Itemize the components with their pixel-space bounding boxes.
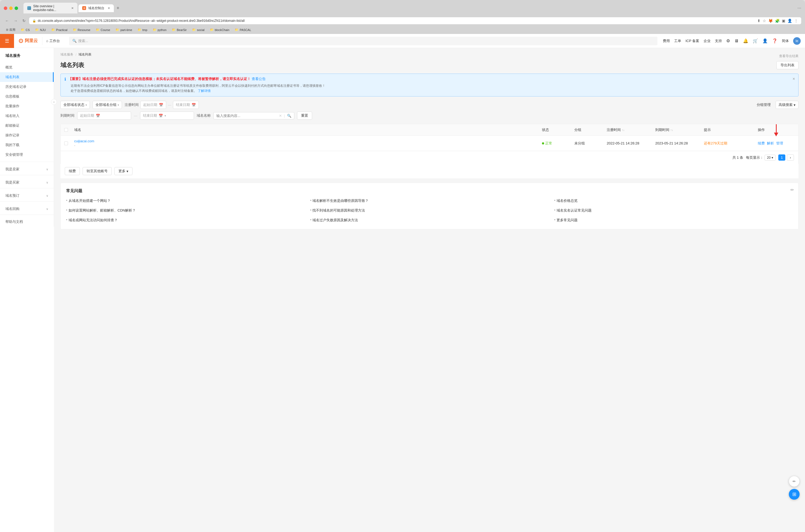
faq-item-2[interactable]: • 域名价格总览	[554, 197, 793, 204]
tab2-close-icon[interactable]: ✕	[108, 6, 110, 10]
nav-bell-icon[interactable]: 🔔	[743, 38, 748, 43]
sidebar-group-buyer[interactable]: 我是买家 ∨	[0, 177, 54, 186]
domain-status-select[interactable]: 全部域名状态 ▾	[60, 101, 90, 109]
browser-minimize-icon[interactable]: ⋯	[798, 6, 801, 10]
more-actions-button[interactable]: 更多 ▾	[114, 167, 132, 175]
browser-tab-2[interactable]: 云 域名控制台 ✕	[78, 4, 114, 12]
th-expire-time[interactable]: 到期时间 ↑↓	[653, 124, 701, 136]
browser-menu-icon[interactable]: ⋮	[794, 19, 798, 23]
sort-reg-time-icon[interactable]: ↑↓	[622, 129, 624, 132]
bookmark-practical[interactable]: 📁 Practical	[49, 27, 70, 32]
alert-detail-link[interactable]: 了解详情	[198, 89, 211, 93]
float-grid-button[interactable]: ⊞	[789, 489, 800, 500]
sidebar-item-email-verify[interactable]: 邮箱验证	[0, 121, 54, 130]
bookmark-social[interactable]: 📁 social	[190, 27, 207, 32]
bookmark-blockchain[interactable]: 📁 blockChain	[208, 27, 232, 32]
sidebar-toggle-icon[interactable]: ▣	[782, 19, 785, 23]
sidebar-item-batch[interactable]: 批量操作	[0, 101, 54, 111]
minimize-window-btn[interactable]	[9, 6, 13, 10]
tab1-close-icon[interactable]: ✕	[71, 6, 74, 10]
sort-expire-time-icon[interactable]: ↑↓	[671, 129, 673, 132]
extension-icon[interactable]: 🦊	[768, 19, 773, 23]
bookmark-course[interactable]: 📁 Course	[94, 27, 112, 32]
group-manage-button[interactable]: 分组管理	[754, 101, 773, 109]
workbench-link[interactable]: ⌂ 工作台	[42, 37, 64, 45]
faq-item-5[interactable]: • 域名实名认证常见问题	[554, 207, 793, 214]
resolve-action-link[interactable]: 解析	[767, 141, 774, 146]
nav-user-icon[interactable]: 👤	[762, 38, 768, 43]
bookmark-tmp[interactable]: 📁 tmp	[135, 27, 149, 32]
float-edit-button[interactable]: ✏	[789, 476, 800, 487]
aliyun-logo[interactable]: ⊙ 阿里云	[14, 37, 42, 44]
transfer-account-button[interactable]: 转至其他账号	[83, 167, 112, 175]
select-all-checkbox[interactable]	[64, 128, 68, 132]
th-reg-time[interactable]: 注册时间 ↑↓	[604, 124, 653, 136]
faq-item-8[interactable]: • 更多常见问题	[554, 217, 793, 224]
expire-end-date[interactable]: 结束日期 📅 ▾	[140, 112, 194, 120]
refresh-button[interactable]: ↻	[21, 18, 27, 24]
address-bar[interactable]: 🔒 dc.console.aliyun.com/next/index?spm=5…	[29, 17, 801, 24]
bookmark-nju[interactable]: 📁 NJU	[33, 27, 48, 32]
nav-lang-item[interactable]: 简体	[782, 39, 789, 43]
bookmark-pascal[interactable]: 📁 PASCAL	[233, 27, 253, 32]
faq-item-6[interactable]: • 域名或网站无法访问如何排查？	[66, 217, 305, 224]
alert-close-icon[interactable]: ×	[792, 77, 795, 81]
close-window-btn[interactable]	[4, 6, 7, 10]
bookmark-part-time[interactable]: 📁 part-time	[113, 27, 134, 32]
bookmark-bearSir[interactable]: 📁 BearSir	[170, 27, 189, 32]
reset-filter-button[interactable]: 重置	[297, 112, 312, 120]
faq-edit-icon[interactable]: ✏	[790, 187, 794, 192]
page-size-select[interactable]: 20 ▾	[765, 155, 775, 160]
sidebar-item-help[interactable]: 帮助与文档	[0, 217, 54, 227]
expire-start-date[interactable]: 起始日期 📅	[77, 112, 131, 120]
sidebar-item-op-log[interactable]: 操作记录	[0, 130, 54, 140]
hamburger-button[interactable]: ☰	[0, 34, 14, 48]
faq-item-1[interactable]: • 域名解析不生效是由哪些原因导致？	[310, 197, 549, 204]
row-checkbox[interactable]	[64, 141, 68, 145]
nav-support-item[interactable]: 支持	[715, 39, 722, 43]
bookmark-icon[interactable]: ☆	[763, 19, 766, 23]
sidebar-item-template[interactable]: 信息模板	[0, 92, 54, 101]
nav-tools-icon[interactable]: ⚙	[726, 38, 730, 43]
sidebar-collapse-toggle[interactable]: ‹	[51, 99, 57, 105]
sidebar-item-transfer[interactable]: 域名转入	[0, 111, 54, 121]
profile-icon[interactable]: 👤	[787, 19, 792, 23]
sidebar-item-security-lock[interactable]: 安全锁管理	[0, 150, 54, 159]
share-icon[interactable]: ⬆	[757, 19, 761, 23]
nav-cost-item[interactable]: 费用	[663, 39, 670, 43]
domain-search-input[interactable]	[216, 114, 277, 118]
search-submit-icon[interactable]: 🔍	[287, 114, 291, 118]
reg-start-date[interactable]: 起始日期 📅	[140, 101, 166, 109]
domain-group-select[interactable]: 全部域名分组 ▾	[93, 101, 122, 109]
sidebar-group-seller[interactable]: 我是卖家 ∨	[0, 164, 54, 173]
bookmark-cs[interactable]: 📁 CS	[19, 27, 32, 32]
bookmark-resourse[interactable]: 📁 Resourse	[71, 27, 93, 32]
sidebar-item-domain-list[interactable]: 域名列表	[0, 72, 54, 82]
faq-item-0[interactable]: • 从域名开始搭建一个网站？	[66, 197, 305, 204]
maximize-window-btn[interactable]	[15, 6, 18, 10]
bookmark-apps[interactable]: ⊞ 应用	[4, 27, 18, 32]
faq-item-7[interactable]: • 域名过户失败原因及解决方法	[310, 217, 549, 224]
domain-search-input-wrapper[interactable]: ✕ | 🔍	[214, 112, 294, 119]
sidebar-group-reserve[interactable]: 域名预订 ∨	[0, 191, 54, 199]
user-avatar[interactable]: Ie	[793, 37, 801, 45]
advanced-search-button[interactable]: 高级搜索 ▾	[775, 101, 799, 109]
domain-link[interactable]: cuijiacai.com	[74, 139, 94, 143]
breadcrumb-domain-service[interactable]: 域名服务	[60, 52, 73, 57]
nav-monitor-icon[interactable]: 🖥	[734, 39, 739, 43]
alert-announcement-link[interactable]: 查看公告	[252, 77, 266, 81]
sidebar-item-history[interactable]: 历史域名记录	[0, 82, 54, 92]
nav-ticket-item[interactable]: 工单	[674, 39, 681, 43]
batch-renew-button[interactable]: 续费	[65, 167, 80, 175]
back-button[interactable]: ←	[4, 18, 10, 24]
renew-action-link[interactable]: 续费	[758, 141, 765, 146]
nav-help-icon[interactable]: ❓	[772, 38, 777, 43]
nav-enterprise-item[interactable]: 企业	[703, 39, 711, 43]
browser-tab-1[interactable]: Site overview | exquisite-raba... ✕	[23, 3, 77, 14]
next-page-button[interactable]: ›	[787, 154, 794, 160]
view-result-link[interactable]: 查看导出结果	[779, 54, 799, 58]
export-list-button[interactable]: 导出列表	[776, 61, 799, 69]
forward-button[interactable]: →	[13, 18, 19, 24]
bookmark-python[interactable]: 📁 python	[150, 27, 169, 32]
faq-item-3[interactable]: • 如何设置网站解析、邮箱解析、CDN解析？	[66, 207, 305, 214]
